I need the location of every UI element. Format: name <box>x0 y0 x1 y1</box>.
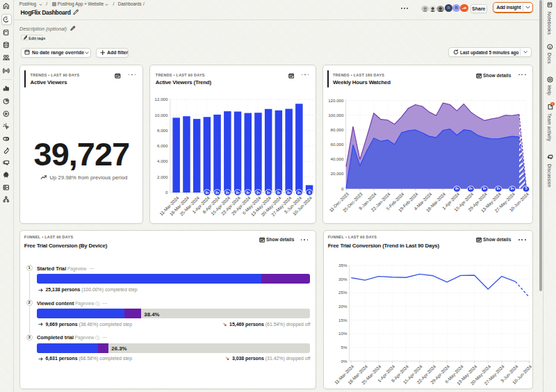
svg-text:9+: 9+ <box>483 187 486 190</box>
svg-text:9+: 9+ <box>256 191 260 195</box>
svg-text:9+: 9+ <box>497 187 500 190</box>
svg-text:9+: 9+ <box>277 191 280 195</box>
svg-text:2,000: 2,000 <box>157 174 168 179</box>
svg-text:0: 0 <box>165 190 168 195</box>
svg-text:10%: 10% <box>338 331 348 336</box>
svg-text:12,000: 12,000 <box>155 97 168 101</box>
svg-text:9+: 9+ <box>246 191 250 195</box>
svg-text:10,000: 10,000 <box>155 113 168 117</box>
svg-text:25%: 25% <box>338 290 348 295</box>
svg-text:30%: 30% <box>338 277 348 281</box>
svg-text:40,000: 40,000 <box>331 156 344 161</box>
svg-text:5%: 5% <box>341 345 348 350</box>
svg-text:60,000: 60,000 <box>331 142 344 147</box>
svg-text:100,000: 100,000 <box>328 113 344 117</box>
svg-text:9+: 9+ <box>287 191 291 195</box>
svg-text:35%: 35% <box>338 263 348 268</box>
svg-text:6,000: 6,000 <box>157 143 168 148</box>
svg-text:9+: 9+ <box>455 187 459 190</box>
svg-text:9+: 9+ <box>469 187 473 190</box>
svg-text:9+: 9+ <box>226 191 229 195</box>
svg-text:120,000: 120,000 <box>328 98 344 103</box>
svg-text:15%: 15% <box>338 318 348 322</box>
svg-text:9+: 9+ <box>511 187 514 190</box>
svg-text:8,000: 8,000 <box>157 128 168 133</box>
svg-text:9+: 9+ <box>297 191 301 195</box>
svg-text:20%: 20% <box>338 304 348 309</box>
svg-text:9+: 9+ <box>267 191 270 195</box>
svg-text:9+: 9+ <box>205 191 208 195</box>
svg-text:80,000: 80,000 <box>331 127 344 132</box>
svg-text:9+: 9+ <box>215 191 219 195</box>
svg-text:4,000: 4,000 <box>157 158 168 163</box>
svg-text:9+: 9+ <box>236 191 240 195</box>
svg-text:20,000: 20,000 <box>331 171 344 176</box>
svg-text:0%: 0% <box>341 359 348 364</box>
svg-text:0: 0 <box>341 186 344 191</box>
